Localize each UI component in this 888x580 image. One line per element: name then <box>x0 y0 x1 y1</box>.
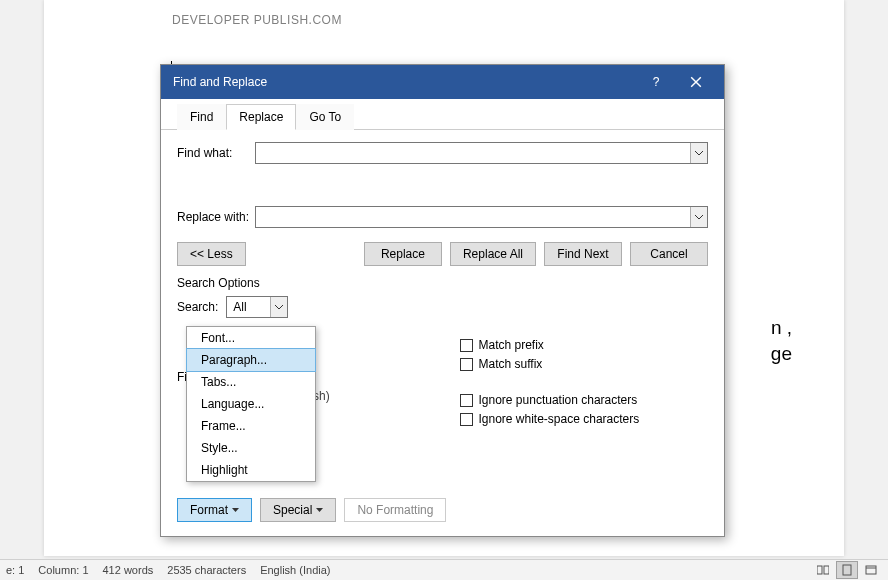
status-chars[interactable]: 2535 characters <box>167 564 246 576</box>
status-words[interactable]: 412 words <box>103 564 154 576</box>
match-prefix-checkbox[interactable]: Match prefix <box>460 338 709 352</box>
chevron-down-icon <box>316 508 323 512</box>
format-menu-paragraph[interactable]: Paragraph... <box>186 348 316 372</box>
checkbox-icon <box>460 413 473 426</box>
options-right-col: Match prefix Match suffix Ignore punctua… <box>460 324 709 426</box>
svg-rect-1 <box>824 566 829 574</box>
find-what-label: Find what: <box>177 146 255 160</box>
status-bar: e: 1 Column: 1 412 words 2535 characters… <box>0 559 888 580</box>
ignore-whitespace-checkbox[interactable]: Ignore white-space characters <box>460 412 709 426</box>
no-formatting-button[interactable]: No Formatting <box>344 498 446 522</box>
print-layout-icon <box>841 564 853 576</box>
search-label: Search: <box>177 300 218 314</box>
format-menu-highlight[interactable]: Highlight <box>187 459 315 481</box>
dialog-title: Find and Replace <box>173 75 636 89</box>
replace-with-dropdown[interactable] <box>690 207 707 227</box>
dialog-titlebar[interactable]: Find and Replace ? <box>161 65 724 99</box>
less-button[interactable]: << Less <box>177 242 246 266</box>
replace-button[interactable]: Replace <box>364 242 442 266</box>
match-suffix-checkbox[interactable]: Match suffix <box>460 357 709 371</box>
format-menu: Font... Paragraph... Tabs... Language...… <box>186 326 316 482</box>
replace-with-label: Replace with: <box>177 210 255 224</box>
replace-with-input[interactable] <box>255 206 708 228</box>
view-buttons <box>812 561 882 579</box>
find-next-button[interactable]: Find Next <box>544 242 622 266</box>
checkbox-icon <box>460 394 473 407</box>
search-options-label: Search Options <box>177 276 708 290</box>
chevron-down-icon <box>275 305 283 309</box>
format-menu-frame[interactable]: Frame... <box>187 415 315 437</box>
view-web-layout[interactable] <box>860 561 882 579</box>
view-print-layout[interactable] <box>836 561 858 579</box>
checkbox-icon <box>460 358 473 371</box>
tabs: Find Replace Go To <box>161 99 724 130</box>
special-button[interactable]: Special <box>260 498 336 522</box>
web-layout-icon <box>865 564 877 576</box>
tab-replace[interactable]: Replace <box>226 104 296 130</box>
find-what-input[interactable] <box>255 142 708 164</box>
find-what-dropdown[interactable] <box>690 143 707 163</box>
help-button[interactable]: ? <box>636 65 676 99</box>
format-button[interactable]: Format <box>177 498 252 522</box>
svg-rect-3 <box>866 566 876 574</box>
checkbox-icon <box>460 339 473 352</box>
ignore-punctuation-checkbox[interactable]: Ignore punctuation characters <box>460 393 709 407</box>
format-menu-tabs[interactable]: Tabs... <box>187 371 315 393</box>
format-menu-style[interactable]: Style... <box>187 437 315 459</box>
search-direction-value: All <box>233 300 246 314</box>
view-read-mode[interactable] <box>812 561 834 579</box>
status-column[interactable]: Column: 1 <box>38 564 88 576</box>
page-header: DEVELOPER PUBLISH.COM <box>172 13 342 27</box>
search-direction-select[interactable]: All <box>226 296 288 318</box>
close-icon <box>690 76 702 88</box>
tab-find[interactable]: Find <box>177 104 226 130</box>
status-language[interactable]: English (India) <box>260 564 330 576</box>
status-page[interactable]: e: 1 <box>6 564 24 576</box>
chevron-down-icon <box>695 151 703 155</box>
read-mode-icon <box>817 564 829 576</box>
cancel-button[interactable]: Cancel <box>630 242 708 266</box>
chevron-down-icon <box>232 508 239 512</box>
close-button[interactable] <box>676 65 716 99</box>
svg-rect-2 <box>843 565 851 575</box>
format-menu-font[interactable]: Font... <box>187 327 315 349</box>
tab-goto[interactable]: Go To <box>296 104 354 130</box>
replace-all-button[interactable]: Replace All <box>450 242 536 266</box>
search-direction-dropdown[interactable] <box>270 297 287 317</box>
chevron-down-icon <box>695 215 703 219</box>
format-menu-language[interactable]: Language... <box>187 393 315 415</box>
svg-rect-0 <box>817 566 822 574</box>
